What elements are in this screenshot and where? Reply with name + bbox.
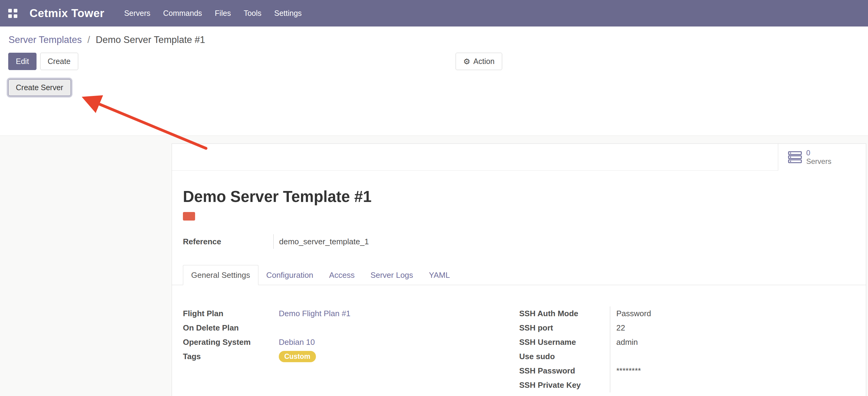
field-row-use-sudo: Use sudo [519, 349, 866, 364]
servers-label: Servers [806, 157, 832, 166]
field-label: SSH Private Key [519, 380, 610, 390]
field-row-ssh-auth-mode: SSH Auth Mode Password [519, 306, 866, 321]
top-navbar: Cetmix Tower Servers Commands Files Tool… [0, 0, 868, 27]
tab-general-settings[interactable]: General Settings [183, 265, 258, 285]
tag-badge-custom: Custom [279, 351, 316, 363]
apps-grid-dot [8, 9, 12, 12]
apps-grid-dot [8, 14, 12, 18]
field-label: SSH port [519, 323, 610, 333]
field-row-tags: Tags Custom [183, 349, 519, 364]
create-button[interactable]: Create [40, 53, 78, 70]
menu-servers[interactable]: Servers [118, 0, 157, 27]
field-label: On Delete Plan [183, 323, 279, 333]
servers-count: 0 [806, 149, 832, 157]
tab-yaml[interactable]: YAML [421, 265, 458, 285]
reference-field: Reference demo_server_template_1 [183, 234, 866, 249]
apps-grid-dot [14, 9, 17, 12]
navbar-menu: Servers Commands Files Tools Settings [118, 0, 308, 27]
field-value: Password [610, 306, 866, 321]
field-groups: Flight Plan Demo Flight Plan #1 On Delet… [172, 306, 866, 392]
action-button-label: Action [473, 57, 494, 66]
stat-button-box: 0 Servers [172, 144, 866, 171]
field-label: SSH Auth Mode [519, 309, 610, 318]
field-label: Tags [183, 352, 279, 361]
group-right: SSH Auth Mode Password SSH port 22 SSH U… [519, 306, 866, 392]
field-label: Operating System [183, 338, 279, 347]
servers-stat-button[interactable]: 0 Servers [778, 144, 866, 171]
breadcrumb-current: Demo Server Template #1 [96, 34, 206, 45]
field-label: SSH Password [519, 366, 610, 375]
form-sheet: 0 Servers Demo Server Template #1 Refere… [172, 143, 866, 396]
breadcrumb-separator: / [87, 34, 90, 45]
field-value [610, 349, 866, 364]
create-server-button[interactable]: Create Server [8, 79, 71, 96]
field-row-ssh-password: SSH Password ******** [519, 364, 866, 378]
notebook-tabs: General Settings Configuration Access Se… [172, 265, 866, 285]
apps-grid-dot [14, 14, 17, 18]
field-row-flight-plan: Flight Plan Demo Flight Plan #1 [183, 306, 519, 321]
template-color-swatch [183, 212, 195, 221]
tab-access[interactable]: Access [321, 265, 363, 285]
edit-button[interactable]: Edit [8, 53, 36, 70]
breadcrumb: Server Templates / Demo Server Template … [8, 34, 868, 46]
brand-title[interactable]: Cetmix Tower [30, 7, 104, 20]
reference-value: demo_server_template_1 [274, 237, 369, 247]
field-value [610, 378, 866, 392]
screen: Cetmix Tower Servers Commands Files Tool… [0, 0, 868, 396]
group-left: Flight Plan Demo Flight Plan #1 On Delet… [183, 306, 519, 392]
action-button[interactable]: ⚙ Action [456, 53, 502, 70]
field-value: 22 [610, 321, 866, 335]
field-label: Use sudo [519, 352, 610, 361]
reference-label: Reference [183, 237, 273, 247]
control-panel-buttons: Edit Create ⚙ Action [8, 53, 868, 70]
field-value: Debian 10 [279, 335, 315, 349]
servers-stat-text: 0 Servers [806, 149, 832, 166]
menu-files[interactable]: Files [209, 0, 238, 27]
record-title: Demo Server Template #1 [183, 188, 866, 205]
field-value: admin [610, 335, 866, 349]
menu-tools[interactable]: Tools [238, 0, 268, 27]
field-row-ssh-port: SSH port 22 [519, 321, 866, 335]
tab-configuration[interactable]: Configuration [258, 265, 321, 285]
control-panel: Server Templates / Demo Server Template … [0, 34, 868, 136]
menu-commands[interactable]: Commands [157, 0, 209, 27]
content-area: 0 Servers Demo Server Template #1 Refere… [0, 136, 868, 396]
field-row-operating-system: Operating System Debian 10 [183, 335, 519, 349]
servers-icon [788, 151, 802, 163]
tab-server-logs[interactable]: Server Logs [363, 265, 421, 285]
field-row-on-delete-plan: On Delete Plan [183, 321, 519, 335]
field-value: Custom [279, 349, 316, 364]
field-value: Demo Flight Plan #1 [279, 306, 351, 321]
apps-grid-icon[interactable] [8, 9, 17, 18]
breadcrumb-server-templates[interactable]: Server Templates [8, 34, 82, 45]
menu-settings[interactable]: Settings [268, 0, 308, 27]
flight-plan-link[interactable]: Demo Flight Plan #1 [279, 309, 351, 318]
field-row-ssh-private-key: SSH Private Key [519, 378, 866, 392]
header-button-row: Create Server [8, 79, 868, 96]
field-value: ******** [610, 364, 866, 378]
gear-icon: ⚙ [463, 58, 470, 65]
field-label: SSH Username [519, 338, 610, 347]
field-label: Flight Plan [183, 309, 279, 318]
operating-system-link[interactable]: Debian 10 [279, 338, 315, 347]
field-row-ssh-username: SSH Username admin [519, 335, 866, 349]
